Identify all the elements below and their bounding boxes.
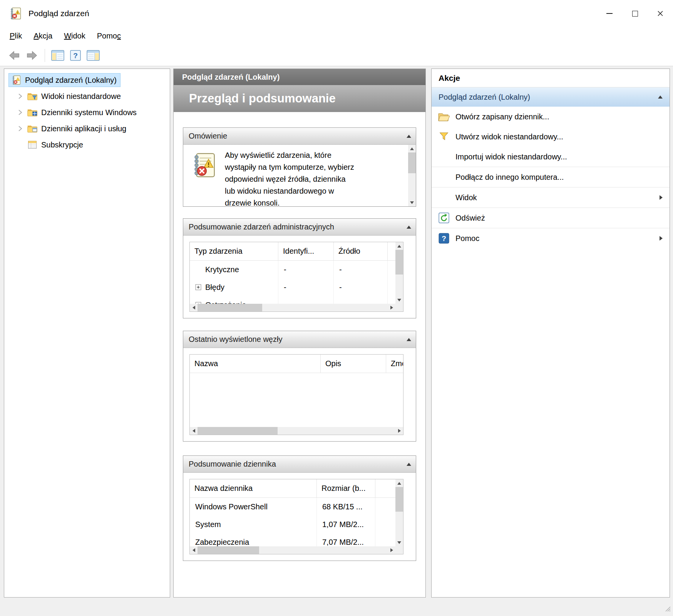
- column-header-modified[interactable]: Zmo: [386, 355, 403, 373]
- tree-item-widoki-niestandardowe[interactable]: Widoki niestandardowe: [4, 88, 170, 104]
- scrollbar-thumb[interactable]: [395, 487, 403, 512]
- tree-item-dzienniki-systemu-windows[interactable]: Dzienniki systemu Windows: [4, 104, 170, 121]
- menu-plik[interactable]: Plik: [4, 27, 28, 45]
- scroll-down-button[interactable]: [395, 296, 403, 304]
- scrollbar-thumb[interactable]: [408, 152, 416, 173]
- action-help[interactable]: ? Pomoc: [432, 228, 670, 248]
- section-recent-nodes: Ostatnio wyświetlone węzły Nazwa Opis Zm…: [183, 331, 416, 442]
- menu-bar: Plik Akcja Widok Pomoc: [0, 27, 673, 45]
- scroll-up-button[interactable]: [395, 242, 403, 250]
- tree-item-label: Widoki niestandardowe: [41, 92, 121, 101]
- horizontal-scrollbar[interactable]: [198, 304, 388, 311]
- section-admin-header[interactable]: Podsumowanie zdarzeń administracyjnych: [183, 219, 416, 236]
- close-button[interactable]: [648, 0, 673, 27]
- titlebar: Podgląd zdarzeń: [0, 0, 673, 27]
- collapse-arrow-icon[interactable]: [400, 135, 411, 138]
- vertical-scrollbar[interactable]: [395, 242, 403, 304]
- scroll-down-button[interactable]: [395, 539, 403, 546]
- table-row[interactable]: Ostrzeżenia - -: [190, 296, 395, 304]
- scroll-up-button[interactable]: [395, 479, 403, 487]
- resize-grip[interactable]: [664, 605, 671, 614]
- horizontal-scrollbar[interactable]: [198, 427, 395, 435]
- scroll-left-button[interactable]: [190, 427, 198, 435]
- action-open-saved-log[interactable]: Otwórz zapisany dziennik...: [432, 107, 670, 127]
- back-button[interactable]: [5, 47, 23, 64]
- tree-item-subskrypcje[interactable]: Subskrypcje: [4, 137, 170, 153]
- tree-item-event-viewer-root[interactable]: Podgląd zdarzeń (Lokalny): [4, 72, 170, 88]
- show-console-tree-button[interactable]: [49, 47, 67, 64]
- table-row[interactable]: Windows PowerShell 68 KB/15 ...: [190, 498, 395, 516]
- collapse-arrow-icon[interactable]: [400, 226, 411, 229]
- menu-akcja[interactable]: Akcja: [28, 27, 58, 45]
- help-toolbar-button[interactable]: ?: [67, 47, 84, 64]
- scroll-right-button[interactable]: [395, 427, 403, 435]
- forward-button[interactable]: [23, 47, 41, 64]
- expand-plus-icon[interactable]: [195, 284, 201, 290]
- scroll-left-button[interactable]: [190, 546, 198, 554]
- scroll-right-button[interactable]: [388, 304, 395, 311]
- console-tree-panel: Podgląd zdarzeń (Lokalny) Widoki: [4, 69, 170, 598]
- action-refresh[interactable]: Odśwież: [432, 208, 670, 228]
- collapse-arrow-icon[interactable]: [400, 338, 411, 341]
- show-action-pane-button[interactable]: [84, 47, 102, 64]
- scrollbar-track[interactable]: [408, 152, 416, 199]
- section-overview-header[interactable]: Omówienie: [183, 128, 416, 145]
- scrollbar-thumb[interactable]: [198, 304, 262, 311]
- column-header-name[interactable]: Nazwa: [190, 355, 321, 373]
- minimize-button[interactable]: [597, 0, 622, 27]
- collapse-arrow-icon[interactable]: [652, 95, 663, 99]
- column-header-event-type[interactable]: Typ zdarzenia: [190, 242, 278, 260]
- chevron-right-icon[interactable]: [13, 125, 27, 132]
- actions-group-label: Podgląd zdarzeń (Lokalny): [439, 93, 530, 102]
- tree-item-label: Dzienniki aplikacji i usług: [41, 124, 126, 133]
- window-title: Podgląd zdarzeń: [28, 9, 89, 18]
- column-header-size[interactable]: Rozmiar (b...: [317, 479, 375, 497]
- scroll-right-button[interactable]: [388, 546, 395, 554]
- tree-selection: Podgląd zdarzeń (Lokalny): [9, 74, 120, 87]
- collapse-arrow-icon[interactable]: [400, 463, 411, 466]
- scrollbar-thumb[interactable]: [198, 546, 259, 554]
- scrollbar-thumb[interactable]: [395, 250, 403, 275]
- scrollbar-thumb[interactable]: [198, 427, 278, 435]
- action-create-custom-view[interactable]: Utwórz widok niestandardowy...: [432, 127, 670, 147]
- menu-pomoc[interactable]: Pomoc: [91, 27, 127, 45]
- section-recent-header[interactable]: Ostatnio wyświetlone węzły: [183, 331, 416, 348]
- close-icon: [657, 10, 663, 17]
- no-icon: [437, 151, 451, 163]
- chevron-right-icon[interactable]: [13, 109, 27, 116]
- actions-group-header[interactable]: Podgląd zdarzeń (Lokalny): [432, 87, 670, 107]
- action-import-custom-view[interactable]: Importuj widok niestandardowy...: [432, 147, 670, 167]
- section-log-header[interactable]: Podsumowanie dziennika: [183, 456, 416, 473]
- tree-item-dzienniki-aplikacji[interactable]: Dzienniki aplikacji i usług: [4, 121, 170, 137]
- table-row[interactable]: Zabezpieczenia 7,07 MB/2...: [190, 533, 395, 546]
- section-title: Podsumowanie dziennika: [189, 460, 400, 469]
- column-header-description[interactable]: Opis: [321, 355, 386, 373]
- table-row[interactable]: Błędy - -: [190, 278, 395, 296]
- event-log-book-icon: [189, 151, 218, 179]
- section-admin-body: Typ zdarzenia Identyfi... Źródło Krytycz…: [183, 236, 416, 318]
- horizontal-scrollbar[interactable]: [198, 546, 388, 554]
- scroll-left-button[interactable]: [190, 304, 198, 311]
- vertical-scrollbar[interactable]: [395, 479, 403, 546]
- table-row[interactable]: Krytyczne - -: [190, 261, 395, 278]
- column-header-filler: [388, 242, 395, 260]
- vertical-scrollbar[interactable]: [408, 145, 416, 206]
- console-tree-icon: [51, 50, 65, 61]
- scroll-up-button[interactable]: [408, 145, 416, 152]
- scroll-down-button[interactable]: [408, 199, 416, 206]
- column-header-log-name[interactable]: Nazwa dziennika: [190, 479, 317, 497]
- maximize-button[interactable]: [622, 0, 648, 27]
- menu-label: Pomoc: [97, 32, 121, 40]
- table-row[interactable]: System 1,07 MB/2...: [190, 516, 395, 533]
- action-view[interactable]: Widok: [432, 187, 670, 208]
- action-connect-to-another-computer[interactable]: Podłącz do innego komputera...: [432, 167, 670, 187]
- scrollbar-track[interactable]: [395, 250, 403, 296]
- tree-item-label: Dzienniki systemu Windows: [41, 108, 137, 117]
- column-header-source[interactable]: Źródło: [334, 242, 388, 260]
- chevron-right-icon[interactable]: [13, 93, 27, 100]
- menu-widok[interactable]: Widok: [58, 27, 91, 45]
- scrollbar-track[interactable]: [395, 487, 403, 539]
- column-header-event-id[interactable]: Identyfi...: [278, 242, 334, 260]
- column-header-filler: [375, 479, 395, 497]
- no-icon: [437, 171, 451, 183]
